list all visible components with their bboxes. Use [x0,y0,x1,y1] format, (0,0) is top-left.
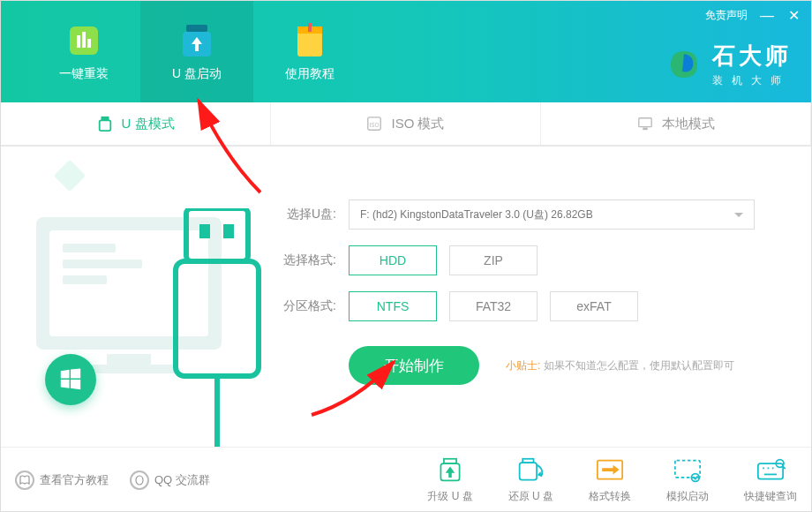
tip-text: 小贴士: 如果不知道怎么配置，使用默认配置即可 [506,358,734,373]
restore-usb-icon [515,457,546,484]
nav-tutorial-label: 使用教程 [285,66,335,82]
svg-rect-1 [77,35,80,48]
content-area: 选择U盘: F: (hd2) KingstonDataTraveler 3.0 … [1,147,811,447]
usb-select-value: F: (hd2) KingstonDataTraveler 3.0 (U盘) 2… [360,207,593,222]
close-button[interactable]: ✕ [786,9,801,23]
tool-upgrade-label: 升级 U 盘 [427,489,472,504]
book-icon [15,471,34,490]
local-icon [637,116,653,132]
partition-fat32-button[interactable]: FAT32 [449,291,538,321]
svg-rect-25 [176,261,259,376]
svg-rect-14 [643,128,647,131]
deco-icon [54,160,86,192]
nav-reinstall-label: 一键重装 [59,66,109,82]
nav-usbboot-label: U 盘启动 [172,66,222,82]
mode-iso[interactable]: ISO ISO 模式 [271,102,541,145]
svg-rect-8 [308,23,312,32]
tool-restore-label: 还原 U 盘 [508,489,553,504]
svg-rect-4 [186,25,207,32]
svg-rect-33 [675,460,700,477]
select-format-label: 选择格式: [274,252,336,268]
qq-icon [130,471,149,490]
official-tutorial-link[interactable]: 查看官方教程 [15,471,109,490]
format-zip-button[interactable]: ZIP [449,245,538,275]
reinstall-icon [65,22,102,59]
tool-hotkey[interactable]: 快捷键查询 [744,457,797,504]
svg-rect-31 [520,463,537,479]
official-tutorial-label: 查看官方教程 [40,472,109,488]
svg-rect-2 [82,32,86,48]
partition-ntfs-button[interactable]: NTFS [349,291,437,321]
mode-usb[interactable]: U 盘模式 [1,102,271,145]
partition-exfat-button[interactable]: exFAT [550,291,638,321]
svg-rect-35 [758,463,783,479]
svg-rect-19 [63,244,116,252]
tutorial-icon [291,22,328,59]
svg-rect-24 [223,224,234,238]
svg-rect-23 [199,224,210,238]
iso-icon: ISO [366,116,382,132]
tip-label: 小贴士: [506,359,540,372]
nav-tutorial[interactable]: 使用教程 [253,1,366,102]
svg-rect-10 [99,120,110,131]
svg-text:ISO: ISO [370,122,380,128]
tool-restore[interactable]: 还原 U 盘 [508,457,553,504]
footer: 查看官方教程 QQ 交流群 升级 U 盘 还原 U 盘 格式转换 模拟启动 快捷… [1,447,811,512]
svg-rect-13 [638,118,650,127]
tool-hotkey-label: 快捷键查询 [744,489,797,504]
brand-sub: 装机大师 [712,73,792,88]
mode-iso-label: ISO 模式 [391,116,444,132]
svg-rect-22 [186,208,248,261]
form-area: 选择U盘: F: (hd2) KingstonDataTraveler 3.0 … [266,147,811,447]
usb-plug-icon [169,208,266,447]
hotkey-icon [755,457,786,484]
tool-upgrade[interactable]: 升级 U 盘 [427,457,472,504]
svg-rect-20 [63,260,142,268]
mode-usb-label: U 盘模式 [122,116,175,132]
tool-convert-label: 格式转换 [589,489,631,504]
window-controls: 免责声明 — ✕ [705,8,801,23]
qq-group-link[interactable]: QQ 交流群 [130,471,210,490]
disclaimer-link[interactable]: 免责声明 [705,8,748,23]
format-hdd-button[interactable]: HDD [349,245,437,275]
usb-select[interactable]: F: (hd2) KingstonDataTraveler 3.0 (U盘) 2… [349,200,755,230]
convert-icon [594,457,626,484]
illustration [1,147,266,447]
usb-icon [97,116,113,132]
qq-group-label: QQ 交流群 [154,472,210,488]
brand-logo-icon [666,47,702,82]
mode-local[interactable]: 本地模式 [541,102,811,145]
svg-point-27 [136,476,143,485]
tool-convert[interactable]: 格式转换 [589,457,631,504]
partition-label: 分区格式: [274,298,336,314]
brand: 石大师 装机大师 [666,41,792,88]
windows-icon [45,354,96,405]
nav-usbboot[interactable]: U 盘启动 [140,1,253,102]
app-header: 一键重装 U 盘启动 使用教程 免责声明 — ✕ 石大师 装机大师 [1,1,811,102]
simulate-icon [672,457,703,484]
mode-local-label: 本地模式 [662,116,715,132]
svg-rect-3 [87,39,91,48]
minimize-button[interactable]: — [760,9,774,23]
usbboot-icon [178,22,215,59]
select-usb-label: 选择U盘: [274,207,336,222]
nav-tabs: 一键重装 U 盘启动 使用教程 [1,1,366,102]
svg-rect-17 [107,354,151,365]
svg-rect-21 [63,275,107,284]
tool-simulate-label: 模拟启动 [666,489,709,504]
start-button[interactable]: 开始制作 [349,346,479,385]
mode-tabs: U 盘模式 ISO ISO 模式 本地模式 [1,102,811,147]
upgrade-usb-icon [434,457,466,484]
tool-simulate[interactable]: 模拟启动 [666,457,709,504]
nav-reinstall[interactable]: 一键重装 [27,1,140,102]
brand-title: 石大师 [712,41,792,72]
